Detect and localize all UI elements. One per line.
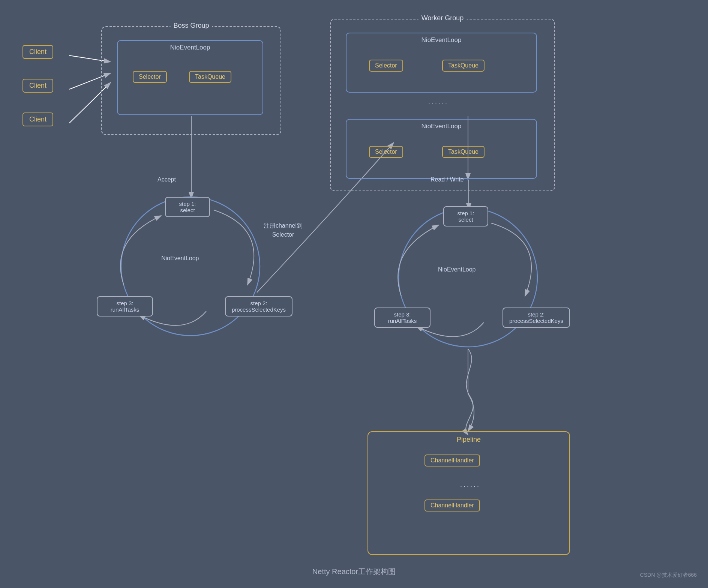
bottom-title: Netty Reactor工作架构图 [312,567,396,577]
worker-2-selector: Selector [369,146,403,158]
worker-1-taskqueue: TaskQueue [442,60,484,72]
client-box-2: Client [22,79,53,93]
boss-selector: Selector [133,71,167,83]
pipeline-handler1: ChannelHandler [424,454,480,466]
worker-event-loop-1-label: NioEventLoop [422,36,462,44]
rw-label: Read / Write [430,176,464,183]
boss-group: Boss Group NioEventLoop Selector TaskQue… [101,26,281,135]
boss-taskqueue: TaskQueue [189,71,231,83]
worker-group: Worker Group NioEventLoop Selector TaskQ… [330,19,555,191]
pipeline-label: Pipeline [457,436,481,444]
register-label: 注册channel到 Selector [259,221,308,239]
watermark: CSDN @技术爱好者666 [640,572,697,579]
left-step3: step 3: runAllTasks [97,296,153,316]
right-loop-label: NioEventLoop [438,266,476,273]
pipeline-handler2: ChannelHandler [424,500,480,512]
boss-event-loop: NioEventLoop Selector TaskQueue [117,40,263,115]
left-loop-label: NioEventLoop [161,255,199,262]
left-step1: step 1: select [165,197,210,217]
accept-label: Accept [158,176,176,183]
boss-event-loop-label: NioEventLoop [170,44,210,51]
pipeline-dots: ...... [460,481,480,489]
left-step2: step 2: processSelectedKeys [225,296,292,316]
right-step2: step 2: processSelectedKeys [502,308,570,328]
worker-event-loop-1: NioEventLoop Selector TaskQueue [346,33,537,93]
worker-group-label: Worker Group [418,14,467,22]
pipeline-box: Pipeline ChannelHandler ...... ChannelHa… [368,431,570,555]
boss-group-label: Boss Group [170,22,212,30]
diagram-container: Client Client Client Boss Group NioEvent… [0,0,708,588]
client-box-3: Client [22,112,53,126]
worker-2-taskqueue: TaskQueue [442,146,484,158]
right-step3: step 3: runAllTasks [374,308,430,328]
right-step1: step 1: select [443,206,488,226]
worker-event-loop-2: NioEventLoop Selector TaskQueue [346,119,537,179]
worker-dots-1: ...... [428,98,448,106]
client-box-1: Client [22,45,53,59]
worker-event-loop-2-label: NioEventLoop [422,123,462,130]
worker-1-selector: Selector [369,60,403,72]
